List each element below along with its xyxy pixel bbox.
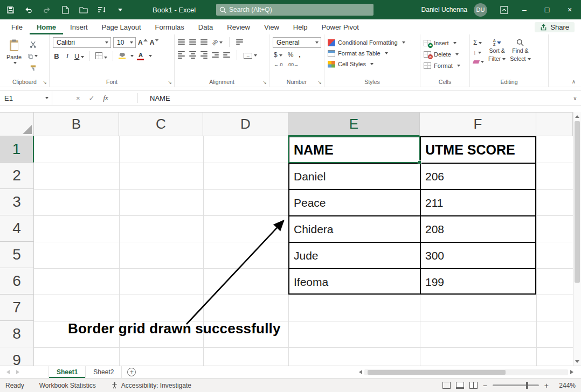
minimize-button[interactable]: – [513,0,536,19]
align-top-icon[interactable] [178,39,185,45]
avatar[interactable]: DU [474,3,487,17]
align-bottom-icon[interactable] [200,39,208,45]
formula-input[interactable]: NAME [142,91,569,105]
comma-style-button[interactable]: , [299,51,300,59]
accounting-format-button[interactable]: $ [274,51,282,59]
column-header-E[interactable]: E [288,113,420,136]
tab-insert[interactable]: Insert [63,19,95,34]
row-header-2[interactable]: 2 [0,163,34,189]
align-middle-icon[interactable] [189,39,196,45]
search-bar[interactable]: Search (Alt+Q) [216,4,374,16]
horizontal-scrollbar[interactable] [359,366,581,378]
tab-review[interactable]: Review [220,19,257,34]
accessibility-status[interactable]: Accessibility: Investigate [111,382,191,389]
collapse-ribbon-icon[interactable]: ∧ [572,79,576,85]
row-header-5[interactable]: 5 [0,242,34,268]
delete-cells-button[interactable]: × Delete [424,48,467,60]
open-folder-icon[interactable] [79,5,88,15]
cell-E6[interactable]: Ifeoma [294,269,328,295]
decrease-indent-icon[interactable] [212,52,219,58]
sort-filter-button[interactable]: AZ Sort & Filter [488,37,506,65]
column-header-F[interactable]: F [420,113,536,136]
row-header-7[interactable]: 7 [0,295,34,321]
paste-button[interactable]: Paste [3,37,25,72]
cell-E3[interactable]: Peace [294,190,326,215]
align-left-icon[interactable] [178,51,185,59]
column-header-partial[interactable] [536,113,573,136]
page-break-view-icon[interactable] [469,382,478,389]
active-cell-selection[interactable] [288,136,420,163]
conditional-formatting-button[interactable]: Conditional Formatting [328,37,417,48]
undo-icon[interactable] [24,5,33,15]
cell-F2[interactable]: 206 [425,164,444,189]
cell-F3[interactable]: 211 [425,190,443,215]
cut-icon[interactable] [28,40,38,48]
cell-F1[interactable]: UTME SCORE [425,137,515,163]
number-dialog-launcher-icon[interactable]: ↘ [317,80,322,85]
zoom-in-button[interactable]: + [544,381,549,390]
cell-E2[interactable]: Daniel [294,164,326,189]
fill-button[interactable]: ↓ [473,49,484,55]
percent-style-button[interactable]: % [288,51,294,59]
row-header-6[interactable]: 6 [0,268,34,295]
cell-F4[interactable]: 208 [425,216,444,242]
name-box[interactable]: E1 [0,91,52,105]
user-name[interactable]: Daniel Uchenna [421,6,467,13]
share-button[interactable]: Share [535,22,575,32]
tab-home[interactable]: Home [30,19,63,34]
row-header-1[interactable]: 1 [0,136,34,163]
clear-button[interactable] [473,58,484,65]
prev-sheet-icon[interactable] [6,370,10,374]
enter-icon[interactable]: ✓ [89,94,95,102]
format-as-table-button[interactable]: Format as Table [328,48,417,59]
select-all-corner[interactable] [0,113,34,136]
wrap-text-icon[interactable] [236,39,243,45]
fill-handle[interactable] [418,160,421,164]
increase-decimal-icon[interactable]: ←.0 [274,62,283,67]
font-size-select[interactable]: 10 [113,37,136,48]
maximize-button[interactable]: □ [536,0,558,19]
tab-help[interactable]: Help [286,19,315,34]
autosum-button[interactable]: Σ [473,39,484,46]
row-header-9[interactable]: 9 [0,347,34,366]
cell-styles-button[interactable]: Cell Styles [328,59,417,69]
copy-icon[interactable] [28,52,38,60]
next-sheet-icon[interactable] [16,370,19,374]
merge-center-button[interactable]: ↔ [244,52,257,59]
customize-qat-caret-icon[interactable] [115,5,125,15]
format-cells-button[interactable]: Format [424,60,467,71]
column-header-D[interactable]: D [203,113,288,136]
tab-power-pivot[interactable]: Power Pivot [315,19,366,34]
save-icon[interactable] [5,5,15,15]
tab-formulas[interactable]: Formulas [148,19,191,34]
tab-file[interactable]: File [4,19,30,34]
tab-view[interactable]: View [257,19,286,34]
row-header-3[interactable]: 3 [0,189,34,215]
clipboard-dialog-launcher-icon[interactable]: ↘ [43,80,47,85]
ribbon-display-options-icon[interactable] [495,0,513,19]
increase-font-size-button[interactable]: A [138,39,148,46]
close-button[interactable]: × [558,0,581,19]
scroll-right-icon[interactable] [570,370,573,374]
page-layout-view-icon[interactable] [456,382,464,389]
new-file-icon[interactable] [60,5,70,15]
redo-icon[interactable] [42,5,52,15]
tab-page-layout[interactable]: Page Layout [95,19,148,34]
zoom-slider[interactable] [493,384,539,386]
font-color-button[interactable]: A [137,52,144,60]
column-header-B[interactable]: B [34,113,119,136]
normal-view-icon[interactable] [442,382,451,389]
cell-E4[interactable]: Chidera [294,216,334,242]
horizontal-scrollbar-thumb[interactable] [368,370,506,375]
expand-formula-bar-icon[interactable]: ∨ [569,91,581,105]
insert-function-icon[interactable]: fx [103,94,108,102]
sheet-tab-sheet1[interactable]: Sheet1 [49,366,86,378]
cell-F5[interactable]: 300 [425,243,444,268]
increase-indent-icon[interactable] [223,52,230,58]
cell-E5[interactable]: Jude [294,243,319,268]
insert-cells-button[interactable]: + Insert [424,37,467,48]
workbook-statistics-button[interactable]: Workbook Statistics [39,382,96,389]
find-select-button[interactable]: Find & Select [510,37,530,65]
vertical-scrollbar-thumb[interactable] [575,121,580,283]
column-header-C[interactable]: C [119,113,203,136]
